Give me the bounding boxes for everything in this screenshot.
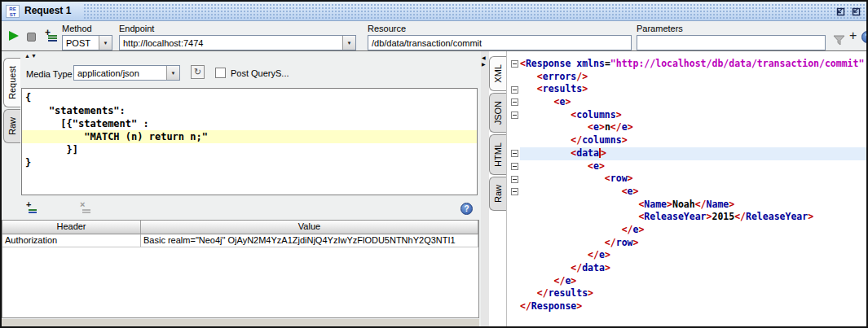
add-header-icon[interactable]: + [26,203,39,215]
request-body-line[interactable]: } [22,156,477,169]
collapse-node-icon[interactable] [511,86,518,94]
response-editor[interactable]: <Response xmlns="http://localhost/db/dat… [506,51,866,326]
xml-segment-br: < [537,71,543,82]
xml-line[interactable]: <e> [520,186,866,199]
xml-line[interactable]: </Response> [520,300,866,313]
xml-line[interactable]: <ReleaseYear>2015</ReleaseYear> [520,211,866,224]
xml-segment-pl [520,160,588,172]
remove-header-icon[interactable]: × [80,203,93,215]
xml-line[interactable]: </e> [520,224,866,237]
request-body-line[interactable]: "MATCH (n) return n;" [22,130,477,143]
extract-params-icon[interactable] [833,34,845,49]
add-param-icon[interactable]: + [849,28,857,43]
panel-splitter[interactable]: ◀▶ [481,51,489,326]
tab-response-html[interactable]: HTML [489,134,506,175]
dropdown-arrow-icon[interactable]: ▼ [342,36,355,50]
xml-segment-br: > [628,173,633,184]
xml-segment-tag: columns [582,134,621,146]
xml-line-current[interactable]: <data> [520,147,866,160]
xml-line[interactable]: </row> [520,237,866,250]
xml-line[interactable]: <errors/> [520,71,866,84]
tab-response-xml[interactable]: XML [489,56,506,91]
header-row[interactable]: AuthorizationBasic realm="Neo4j" OjAyN2M… [2,234,478,247]
recreate-body-icon[interactable]: ↻ [191,65,205,79]
xml-segment-br: > [576,300,582,312]
tab-label: Raw [7,117,17,135]
bar [29,212,37,213]
xml-line[interactable]: <results> [520,83,866,96]
help-icon[interactable]: ? [861,31,866,43]
dropdown-arrow-icon[interactable]: ▼ [99,36,112,50]
resource-input[interactable] [368,35,632,50]
xml-line[interactable]: </data> [520,262,866,275]
maximize-window-icon[interactable] [850,6,861,16]
collapse-node-icon[interactable] [511,98,518,106]
xml-segment-tag: row [616,237,633,248]
method-select[interactable]: POST ▼ [62,35,112,50]
xml-segment-br: > [667,199,672,210]
response-view-tabs: XMLJSONHTMLRaw [489,56,506,211]
collapse-node-icon[interactable] [511,150,518,157]
endpoint-label: Endpoint [119,24,154,33]
dropdown-arrow-icon[interactable]: ▼ [166,66,179,80]
xml-line[interactable]: <e> [520,96,866,109]
xml-line[interactable]: <Name>Noah</Name> [520,199,866,212]
media-type-select[interactable]: application/json ▼ [73,65,180,81]
titlebar[interactable]: RE ST Request 1 [2,2,866,21]
xml-segment-br: </ [537,287,549,299]
request-body-line[interactable]: { [22,91,477,104]
header-value-cell[interactable]: Basic realm="Neo4j" OjAyN2M4YzA1ZjdiNjQ4… [141,234,478,247]
request-body-editor[interactable]: { "statements": [{"statement" : "MATCH (… [21,88,478,195]
xml-segment-br: > [633,237,639,248]
xml-line[interactable]: <e>n</e> [520,121,866,134]
collapse-node-icon[interactable] [511,188,518,195]
collapse-node-icon[interactable] [511,112,518,119]
collapse-node-icon[interactable] [511,60,518,68]
xml-line[interactable]: </e> [520,249,866,262]
post-query-checkbox[interactable] [215,68,226,78]
cancel-request-button[interactable] [27,33,36,42]
bar [82,212,90,213]
request-body-line[interactable]: [{"statement" : [22,117,477,130]
xml-line[interactable]: <columns> [520,109,866,122]
tab-request-request[interactable]: Request [3,58,20,107]
xml-segment-tag: Name [707,199,729,210]
splitter-collapse-icons[interactable]: ◀▶ [482,55,486,68]
xml-segment-tag: Response [526,58,571,69]
parameters-input[interactable] [637,35,826,50]
endpoint-select[interactable]: http://localhost:7474 ▼ [119,35,356,50]
collapse-node-icon[interactable] [511,163,518,170]
headers-table-body: AuthorizationBasic realm="Neo4j" OjAyN2M… [2,234,478,247]
request-body-line[interactable]: }] [22,143,477,156]
xml-line[interactable]: <Response xmlns="http://localhost/db/dat… [520,58,866,71]
xml-segment-br: </ [734,211,746,222]
xml-segment-pl [520,287,537,299]
fold-margin-row [509,173,520,186]
xml-segment-pl [520,96,554,107]
method-label: Method [62,24,92,33]
tab-request-raw[interactable]: Raw [3,109,20,143]
header-column-title: Header [2,221,141,234]
xml-segment-tag: e [622,121,628,133]
xml-line[interactable]: <row> [520,173,866,186]
xml-line[interactable]: </columns> [520,134,866,147]
tab-response-json[interactable]: JSON [489,93,506,133]
xml-line[interactable]: <e> [520,160,866,173]
collapse-node-icon[interactable] [511,176,518,183]
help-icon[interactable]: ? [460,203,473,215]
tab-label: HTML [493,142,503,167]
xml-segment-br: </ [571,134,582,146]
add-to-testcase-icon[interactable]: + [45,29,58,42]
fold-margin-row [509,134,520,147]
collapse-expand-arrows-icon[interactable]: ▲▼ [24,53,37,59]
submit-request-button[interactable] [9,31,19,41]
tab-response-raw[interactable]: Raw [489,177,506,211]
fold-margin-row [509,237,520,250]
xml-line[interactable]: </results> [520,287,866,300]
response-xml-content[interactable]: <Response xmlns="http://localhost/db/dat… [520,58,866,326]
minimize-window-icon[interactable] [835,6,845,16]
header-name-cell[interactable]: Authorization [2,234,141,247]
request-body-line[interactable]: "statements": [22,104,477,117]
xml-segment-pl [520,199,638,210]
xml-line[interactable]: </e> [520,275,866,288]
